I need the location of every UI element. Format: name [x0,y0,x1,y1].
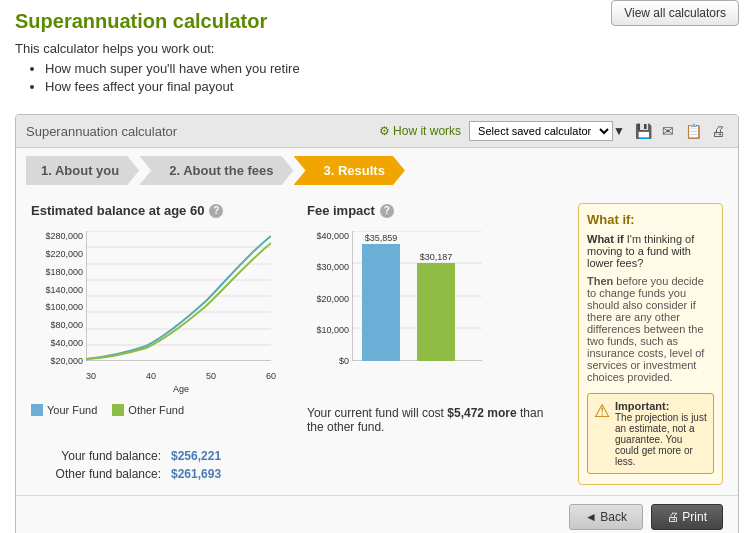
calc-title: Superannuation calculator [26,124,177,139]
print-button[interactable]: 🖨 Print [651,504,723,530]
legend-color-your-fund [31,404,43,416]
fee-impact-title: Fee impact ? [307,203,563,218]
balance-info-icon[interactable]: ? [209,204,223,218]
select-saved-container[interactable]: Select saved calculator ▼ [469,121,625,141]
view-calculators-button[interactable]: View all calculators [611,0,739,26]
top-right-section: 🕐 Estimated time: 5 mins View all calcul… [598,0,739,26]
your-fund-label: Your fund balance: [31,449,161,463]
left-panel: Estimated balance at age 60 ? $280,000 $… [31,203,563,485]
other-fund-label: Other fund balance: [31,467,161,481]
step-3-button[interactable]: 3. Results [294,156,405,185]
steps-bar: 1. About you 2. About the fees 3. Result… [16,148,738,193]
select-saved-dropdown[interactable]: Select saved calculator [469,121,613,141]
svg-rect-19 [417,263,455,361]
fee-info-icon[interactable]: ? [380,204,394,218]
important-text: The projection is just an estimate, not … [615,412,707,467]
fee-chart-container: Fee impact ? $40,000 $30,000 $20,000 $10… [307,203,563,434]
balance-chart-title: Estimated balance at age 60 ? [31,203,287,218]
legend-other-fund: Other Fund [112,404,184,416]
bullet-item: How fees affect your final payout [45,79,739,94]
how-it-works-link[interactable]: ⚙ How it works [379,124,461,138]
svg-rect-17 [362,244,400,361]
important-title: Important: [615,400,707,412]
step-1-button[interactable]: 1. About you [26,156,139,185]
fee-text: Your current fund will cost $5,472 more … [307,406,563,434]
charts-row: Estimated balance at age 60 ? $280,000 $… [31,203,563,434]
header-icons: 💾 ✉ 📋 🖨 [633,121,728,141]
x-axis-title: Age [86,384,276,394]
email-icon[interactable]: ✉ [658,121,678,141]
line-chart-container: Estimated balance at age 60 ? $280,000 $… [31,203,287,434]
your-fund-value: $256,221 [171,449,221,463]
line-chart-svg [86,231,271,361]
chart-legend: Your Fund Other Fund [31,404,287,416]
header-controls: ⚙ How it works Select saved calculator ▼… [379,121,728,141]
your-fund-balance-row: Your fund balance: $256,221 [31,449,563,463]
copy-icon[interactable]: 📋 [683,121,703,141]
other-fund-balance-row: Other fund balance: $261,693 [31,467,563,481]
important-box: ⚠ Important: The projection is just an e… [587,393,714,474]
whatif-title: What if: [587,212,714,227]
legend-your-fund: Your Fund [31,404,97,416]
balance-table: Your fund balance: $256,221 Other fund b… [31,449,563,481]
whatif-answer: Then before you decide to change funds y… [587,275,714,383]
bullet-list: How much super you'll have when you reti… [45,61,739,94]
calculator-box: Superannuation calculator ⚙ How it works… [15,114,739,533]
dropdown-arrow-icon: ▼ [613,124,625,138]
step-2-button[interactable]: 2. About the fees [139,156,293,185]
bullet-item: How much super you'll have when you reti… [45,61,739,76]
print-icon[interactable]: 🖨 [708,121,728,141]
svg-text:$30,187: $30,187 [420,252,453,262]
calc-header: Superannuation calculator ⚙ How it works… [16,115,738,148]
other-fund-value: $261,693 [171,467,221,481]
whatif-panel: What if: What if I'm thinking of moving … [578,203,723,485]
step-2[interactable]: 2. About the fees [139,156,293,185]
content-area: Estimated balance at age 60 ? $280,000 $… [16,193,738,495]
save-icon[interactable]: 💾 [633,121,653,141]
step-3[interactable]: 3. Results [294,156,405,185]
footer-bar: ◄ Back 🖨 Print [16,495,738,533]
intro-text: This calculator helps you work out: [15,41,739,56]
legend-color-other-fund [112,404,124,416]
bar-chart-svg: $35,859 $30,187 Your Fund Other Fund [352,231,482,361]
step-1[interactable]: 1. About you [26,156,139,185]
important-content: Important: The projection is just an est… [615,400,707,467]
svg-text:$35,859: $35,859 [365,233,398,243]
gear-icon: ⚙ [379,124,390,138]
back-button[interactable]: ◄ Back [569,504,643,530]
whatif-question: What if I'm thinking of moving to a fund… [587,233,714,269]
important-icon: ⚠ [594,400,610,467]
